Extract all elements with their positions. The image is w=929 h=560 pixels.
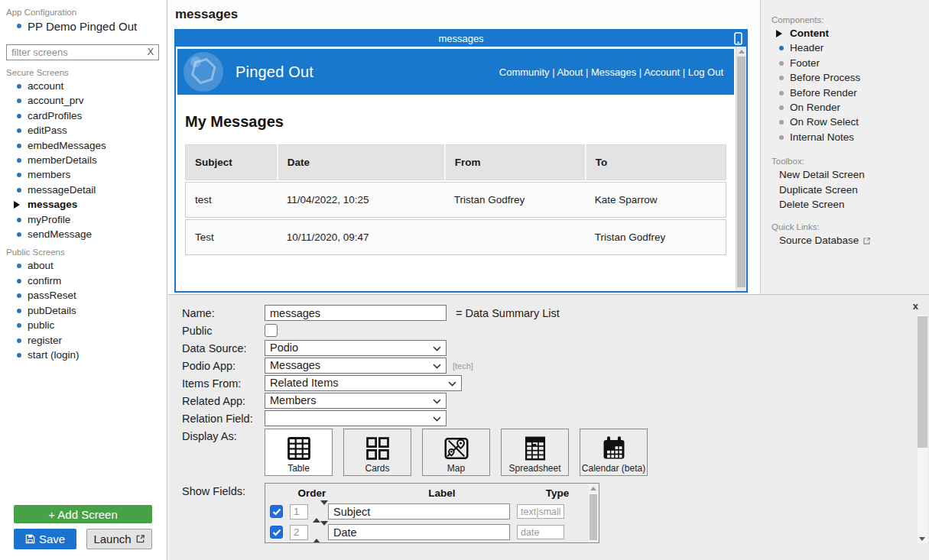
stepper-up-icon <box>313 505 320 523</box>
panel-close-button[interactable]: x <box>913 300 918 312</box>
bullet-icon <box>779 135 784 140</box>
scroll-up-arrow-icon[interactable] <box>590 487 596 490</box>
toolbox-item-duplicate-screen[interactable]: Duplicate Screen <box>779 183 929 197</box>
order-stepper[interactable] <box>313 526 321 539</box>
display-option-spreadsheet[interactable]: Spreadsheet <box>501 429 569 476</box>
screen-item[interactable]: passReset <box>28 288 167 303</box>
field-visible-checkbox[interactable] <box>270 505 283 518</box>
relation-field-row: Relation Field: <box>182 410 929 426</box>
display-option-table[interactable]: Table <box>265 429 333 476</box>
podio-app-row: Podio App: Messages [tech] <box>182 358 929 374</box>
screen-item[interactable]: pubDetails <box>28 303 167 318</box>
screen-item[interactable]: cardProfiles <box>28 108 167 123</box>
screen-item[interactable]: start (login) <box>28 348 167 362</box>
scroll-up-arrow-icon[interactable] <box>739 50 745 53</box>
nav-link-logout[interactable]: Log Out <box>688 66 723 78</box>
field-label-input[interactable] <box>328 503 510 520</box>
related-app-select[interactable]: Members <box>265 393 447 409</box>
show-fields-scrollbar-thumb[interactable] <box>590 494 597 540</box>
message-row[interactable]: test 11/04/2022, 10:25 Tristan Godfrey K… <box>186 183 726 218</box>
component-item-on-row-select[interactable]: On Row Select <box>790 115 929 129</box>
mobile-view-icon[interactable] <box>734 32 742 45</box>
screen-item[interactable]: memberDetails <box>28 153 167 167</box>
field-label-input[interactable] <box>328 524 510 540</box>
chevron-down-icon <box>448 381 456 387</box>
bullet-icon <box>779 120 784 125</box>
add-screen-button[interactable]: + Add Screen <box>14 505 152 523</box>
component-item-footer[interactable]: Footer <box>790 56 929 70</box>
launch-button[interactable]: Launch <box>86 529 152 549</box>
show-fields-table: Order Label Type <box>265 483 599 543</box>
display-option-cards[interactable]: Cards <box>343 429 411 476</box>
name-input[interactable] <box>265 305 447 321</box>
toolbox-item-new-detail-screen[interactable]: New Detail Screen <box>779 167 929 182</box>
nav-link-account[interactable]: Account <box>644 66 680 78</box>
toolbox-list: New Detail Screen Duplicate Screen Delet… <box>771 167 929 212</box>
field-type-input[interactable] <box>517 504 564 519</box>
screen-item[interactable]: about <box>28 258 167 273</box>
preview-scrollbar-thumb[interactable] <box>737 57 745 287</box>
screen-item[interactable]: editPass <box>28 123 167 138</box>
bullet-icon <box>17 232 21 237</box>
brand-name: Pinged Out <box>235 63 313 81</box>
display-option-map[interactable]: Map <box>422 429 490 476</box>
app-item[interactable]: PP Demo Pinged Out <box>28 18 167 34</box>
nav-link-messages[interactable]: Messages <box>591 66 636 78</box>
scroll-down-arrow-icon[interactable] <box>919 537 925 541</box>
bullet-icon <box>17 279 21 283</box>
column-header-order: Order <box>270 487 354 499</box>
column-header-type: Type <box>530 487 585 499</box>
component-item-on-render[interactable]: On Render <box>790 100 929 115</box>
podio-app-note: [tech] <box>453 361 473 371</box>
screen-item[interactable]: account <box>28 79 167 93</box>
nav-separator: | <box>550 66 557 78</box>
component-item-before-render[interactable]: Before Render <box>790 86 929 100</box>
display-as-row: Display As: Table Cards Map Spreadsheet … <box>182 429 929 476</box>
preview-page: Pinged Out Community | About | Messages … <box>176 47 736 291</box>
component-item-header[interactable]: Header <box>790 40 929 55</box>
field-visible-checkbox[interactable] <box>270 526 283 539</box>
public-checkbox[interactable] <box>265 324 278 337</box>
field-order-input[interactable] <box>290 525 308 540</box>
podio-app-select[interactable]: Messages <box>265 358 447 374</box>
save-button[interactable]: Save <box>14 529 76 549</box>
component-item-before-process[interactable]: Before Process <box>790 70 929 85</box>
screen-item[interactable]: embedMessages <box>28 138 167 153</box>
save-floppy-icon <box>25 534 35 544</box>
messages-table: Subject Date From To test 11/04/2022, 10… <box>185 144 726 255</box>
relation-field-select[interactable] <box>265 410 447 426</box>
screen-item[interactable]: public <box>28 318 167 332</box>
toolbox-item-delete-screen[interactable]: Delete Screen <box>779 197 929 212</box>
screen-item[interactable]: myProfile <box>28 212 167 227</box>
screen-item-messages-selected[interactable]: messages <box>28 197 167 212</box>
order-stepper[interactable] <box>313 505 321 519</box>
items-from-row: Items From: Related Items <box>182 375 929 391</box>
screen-item[interactable]: sendMessage <box>28 227 167 241</box>
show-fields-label: Show Fields: <box>182 483 265 497</box>
bullet-icon <box>17 293 21 298</box>
data-source-label: Data Source: <box>182 342 265 354</box>
quick-link-source-database[interactable]: Source Database <box>779 233 929 248</box>
field-type-input[interactable] <box>517 525 564 539</box>
data-source-select[interactable]: Podio <box>265 340 447 356</box>
component-item-content[interactable]: Content <box>790 26 929 40</box>
filter-clear-button[interactable]: X <box>148 47 154 57</box>
field-order-input[interactable] <box>290 504 308 520</box>
nav-link-about[interactable]: About <box>557 66 583 78</box>
message-row[interactable]: Test 10/11/2020, 09:47 Tristan Godfrey <box>186 220 726 255</box>
screen-item[interactable]: messageDetail <box>28 183 167 197</box>
items-from-select[interactable]: Related Items <box>265 375 462 391</box>
filter-screens-input[interactable] <box>6 44 159 60</box>
editor-main-area: messages messages Pinged Out Community |… <box>168 0 760 294</box>
component-item-internal-notes[interactable]: Internal Notes <box>790 130 929 144</box>
screen-config-panel: x Name: = Data Summary List Public Data … <box>168 294 929 560</box>
nav-link-community[interactable]: Community <box>499 66 550 78</box>
display-option-calendar[interactable]: Calendar (beta) <box>580 429 648 476</box>
screen-item[interactable]: account_prv <box>28 93 167 108</box>
screen-item[interactable]: register <box>28 333 167 348</box>
quick-links-label: Quick Links: <box>771 222 929 231</box>
screen-item[interactable]: confirm <box>28 274 167 288</box>
app-builder: App Configuration PP Demo Pinged Out X S… <box>0 0 929 560</box>
screen-item[interactable]: members <box>28 167 167 182</box>
panel-scrollbar-thumb[interactable] <box>918 316 927 448</box>
